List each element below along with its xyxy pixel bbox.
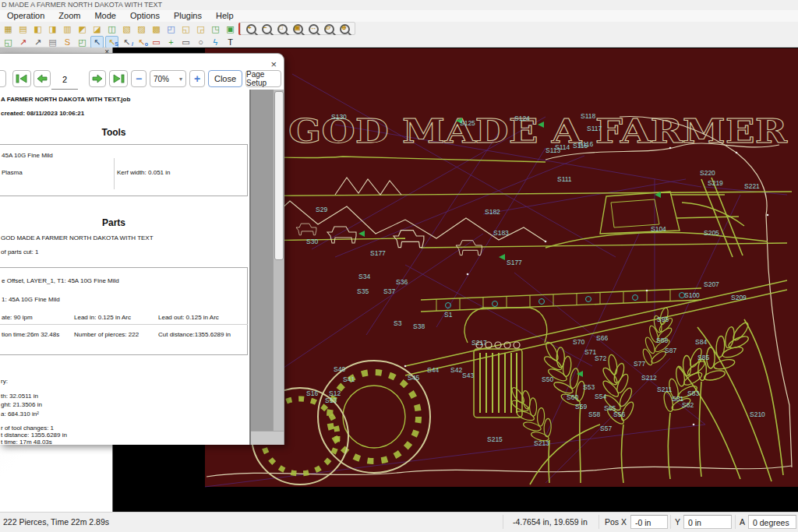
page-setup-button[interactable]: Page Setup: [245, 70, 281, 87]
tool-name: 45A 10G Fine Mild: [2, 152, 53, 159]
previous-page-button[interactable]: [34, 70, 51, 87]
rotate-select-icon[interactable]: ↖o: [135, 36, 148, 48]
zoom-part-icon[interactable]: ▱: [324, 24, 334, 34]
last-page-button[interactable]: [109, 70, 128, 87]
import-part-icon[interactable]: ▣: [224, 23, 237, 35]
angle-field[interactable]: 0 degrees: [748, 515, 796, 529]
print-button-partial[interactable]: [0, 70, 6, 87]
renumber-parts-icon[interactable]: ◳: [209, 23, 222, 35]
path-label-s58: S58: [588, 410, 600, 418]
path-label-s130: S130: [331, 113, 347, 121]
path-label-s36: S36: [396, 278, 408, 286]
rotate-part-icon[interactable]: ◪: [90, 23, 104, 35]
path-label-s182: S182: [485, 208, 500, 216]
pos-x-field[interactable]: -0 in: [630, 515, 668, 529]
operation-time: tion time:26m 32.48s: [2, 331, 59, 338]
move-part-icon[interactable]: ◩: [76, 23, 89, 35]
copy-part-icon[interactable]: ◧: [31, 23, 44, 35]
zoom-window-icon[interactable]: □: [277, 24, 288, 34]
group-parts-icon[interactable]: ▩: [150, 23, 163, 35]
mirror-part-icon[interactable]: ▧: [120, 23, 133, 35]
select-start-icon[interactable]: ↖S: [105, 36, 118, 48]
lasso-icon[interactable]: ○: [194, 36, 207, 48]
zoom-machine-icon-badge: ⊕: [341, 24, 347, 31]
select-tool-icon[interactable]: ↖: [90, 36, 104, 48]
summary-cut-distance: t distance: 1355.6289 in: [1, 432, 67, 439]
contour-icon[interactable]: ◱: [2, 36, 15, 48]
path-label-s41: S41: [343, 375, 355, 383]
preview-vertical-scrollbar[interactable]: [273, 90, 284, 431]
text-tool-icon[interactable]: T: [224, 36, 237, 48]
measure-icon[interactable]: ↗: [16, 36, 30, 48]
menu-item-help[interactable]: Help: [209, 10, 241, 22]
zoom-in-button[interactable]: +: [189, 70, 205, 87]
preview-close-icon[interactable]: ×: [270, 58, 277, 70]
first-page-icon: [16, 74, 28, 83]
save-job-icon[interactable]: ▤: [46, 36, 59, 48]
path-label-s37: S37: [383, 287, 395, 295]
status-separator: [735, 515, 736, 529]
align-part-icon[interactable]: ▨: [135, 23, 148, 35]
path-label-s217: S217: [471, 339, 487, 347]
screen-icon[interactable]: ▭: [179, 36, 192, 48]
pos-x-label: Pos X: [605, 517, 627, 527]
toolbar-main: ▦▤◧◨▥◩◪◫▧▨▩◰◱◲◳▣×↶ +−□▣↔▱⊕: [0, 22, 798, 35]
path-label-s87: S87: [665, 347, 676, 354]
preview-page: A FARMER NORTH DAKOTA WITH TEXT.job crea…: [0, 90, 251, 445]
pos-y-field[interactable]: 0 in: [683, 515, 732, 529]
first-page-button[interactable]: [12, 70, 31, 87]
status-cursor-coords: -4.7654 in, 19.659 in: [513, 517, 588, 527]
zoom-out-icon[interactable]: −: [262, 24, 272, 34]
zoom-sheet-icon-badge: ▣: [295, 24, 301, 31]
pierce-count: Number of pierces: 222: [74, 331, 139, 338]
preview-scrollbar-thumb[interactable]: [274, 91, 284, 260]
operation-tool: 1: 45A 10G Fine Mild: [2, 296, 60, 303]
region-select-icon[interactable]: ▭: [150, 36, 163, 48]
lead-in: Lead in: 0.125 in Arc: [74, 314, 131, 321]
tool-type: Plasma: [2, 169, 23, 176]
zoom-in-icon[interactable]: +: [246, 24, 256, 34]
path-label-s29: S29: [316, 206, 327, 213]
nest-parts-icon[interactable]: ◰: [164, 23, 178, 35]
path-label-s183: S183: [493, 229, 509, 237]
path-label-s40: S40: [334, 365, 345, 373]
zoom-sheet-icon[interactable]: ▣: [293, 24, 303, 34]
menu-item-plugins[interactable]: Plugins: [167, 10, 209, 22]
menu-item-operation[interactable]: Operation: [0, 10, 51, 22]
path-label-s59: S59: [575, 403, 587, 410]
zoom-level-select[interactable]: 70% ▾: [150, 70, 186, 87]
path-corner-icon[interactable]: ◰: [76, 36, 89, 48]
ruler-icon[interactable]: ↗: [31, 36, 44, 48]
next-page-button[interactable]: [89, 70, 106, 87]
move-origin-icon[interactable]: +: [164, 36, 178, 48]
menu-item-mode[interactable]: Mode: [87, 10, 123, 22]
path-label-s3: S3: [394, 319, 402, 327]
menu-item-zoom[interactable]: Zoom: [51, 10, 87, 22]
array-copy-icon[interactable]: ▥: [61, 23, 74, 35]
menu-item-options[interactable]: Options: [123, 10, 167, 22]
path-label-s1: S1: [444, 311, 453, 319]
created-line: created: 08/11/2023 10:06:21: [1, 110, 84, 117]
path-label-s35: S35: [357, 287, 369, 295]
page-number-input[interactable]: [51, 70, 78, 90]
path-label-s72: S72: [595, 354, 606, 362]
tools-box-divider: [114, 158, 115, 189]
path-label-s100: S100: [684, 291, 700, 299]
grid-icon[interactable]: ▦: [2, 23, 15, 35]
sequence-parts-icon[interactable]: ◲: [194, 23, 207, 35]
insert-part-icon[interactable]: ▤: [16, 23, 30, 35]
simulate-icon[interactable]: ϟ: [209, 36, 222, 48]
summary-tool-changes: r of tool changes: 1: [1, 425, 54, 432]
zoom-machine-icon[interactable]: ⊕: [340, 24, 350, 34]
edit-path-icon[interactable]: ↖/: [120, 36, 133, 48]
start-point-icon[interactable]: S: [61, 36, 74, 48]
path-label-s124: S124: [514, 115, 530, 122]
zoom-extents-icon[interactable]: ↔: [309, 24, 319, 34]
close-button[interactable]: Close: [208, 70, 242, 87]
duplicate-part-icon[interactable]: ◨: [46, 23, 59, 35]
status-bar: 222 Pierces, Time 22m 2.89s -4.7654 in, …: [0, 512, 798, 532]
path-label-s84: S84: [695, 338, 707, 346]
add-part-icon[interactable]: ◫: [105, 23, 118, 35]
order-parts-icon[interactable]: ◱: [179, 23, 192, 35]
zoom-out-button[interactable]: −: [131, 70, 147, 87]
